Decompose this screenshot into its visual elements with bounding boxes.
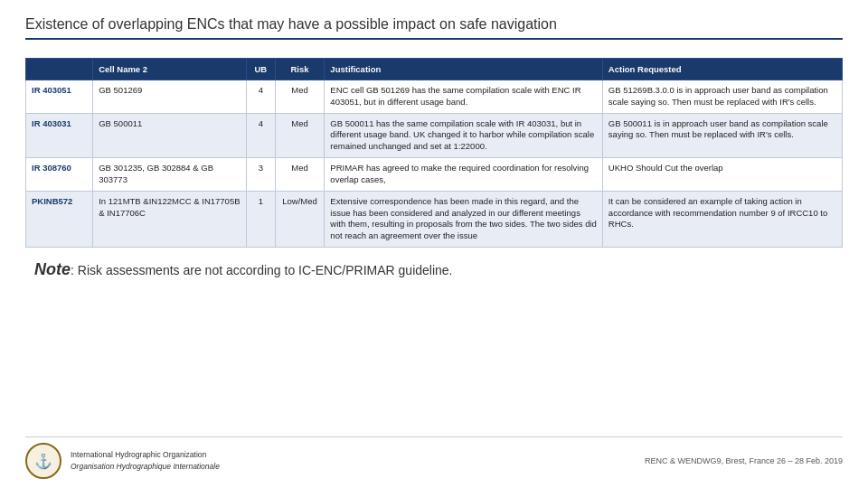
header-risk: Risk	[275, 59, 325, 80]
note-text: : Risk assessments are not according to …	[71, 263, 453, 277]
row-1-col-2: 4	[246, 113, 275, 157]
table-row: IR 403031GB 5000114MedGB 500011 has the …	[26, 113, 843, 157]
title-section: Existence of overlapping ENCs that may h…	[25, 16, 843, 51]
page: Existence of overlapping ENCs that may h…	[0, 0, 868, 488]
row-1-col-5: GB 500011 is in approach user band as co…	[602, 113, 842, 157]
row-0-col-4: ENC cell GB 501269 has the same compilat…	[325, 80, 603, 114]
row-1-col-0: IR 403031	[26, 113, 93, 157]
footer-event: RENC & WENDWG9, Brest, France 26 – 28 Fe…	[645, 456, 843, 465]
header-ub: UB	[246, 59, 275, 80]
row-3-col-0: PKINB572	[26, 191, 93, 247]
table-row: IR 403051GB 5012694MedENC cell GB 501269…	[26, 80, 843, 114]
table-row: IR 308760GB 301235, GB 302884 & GB 30377…	[26, 158, 843, 192]
header-cell1: Cell Name 1	[26, 59, 93, 80]
header-action: Action Requested	[602, 59, 842, 80]
row-3-col-4: Extensive correspondence has been made i…	[325, 191, 603, 247]
row-2-col-3: Med	[275, 158, 325, 192]
table-header: Cell Name 1 Cell Name 2 UB Risk Justific…	[26, 59, 843, 80]
row-2-col-5: UKHO Should Cut the overlap	[602, 158, 842, 192]
row-1-col-1: GB 500011	[93, 113, 247, 157]
row-3-col-1: In 121MTB &IN122MCC & IN17705B & IN17706…	[93, 191, 247, 247]
table-row: PKINB572In 121MTB &IN122MCC & IN17705B &…	[26, 191, 843, 247]
row-3-col-3: Low/Med	[275, 191, 325, 247]
row-0-col-3: Med	[275, 80, 325, 114]
header-justification: Justification	[325, 59, 603, 80]
row-2-col-2: 3	[246, 158, 275, 192]
row-2-col-0: IR 308760	[26, 158, 93, 192]
org-line1: International Hydrographic Organization	[71, 449, 220, 461]
row-0-col-1: GB 501269	[93, 80, 247, 114]
row-1-col-3: Med	[275, 113, 325, 157]
row-1-col-4: GB 500011 has the same compilation scale…	[325, 113, 603, 157]
org-line2: Organisation Hydrographique Internationa…	[71, 461, 220, 473]
row-2-col-4: PRIMAR has agreed to make the required c…	[325, 158, 603, 192]
header-cell2: Cell Name 2	[93, 59, 247, 80]
footer-logo: ⚓	[25, 443, 61, 479]
row-3-col-5: It can be considered an example of takin…	[602, 191, 842, 247]
note-label: Note	[34, 260, 71, 278]
title-divider	[25, 38, 843, 40]
note-section: Note: Risk assessments are not according…	[25, 260, 843, 279]
logo-circle: ⚓	[25, 443, 61, 479]
footer-org: International Hydrographic Organization …	[71, 449, 220, 473]
header-row: Cell Name 1 Cell Name 2 UB Risk Justific…	[26, 59, 843, 80]
row-0-col-0: IR 403051	[26, 80, 93, 114]
row-2-col-1: GB 301235, GB 302884 & GB 303773	[93, 158, 247, 192]
row-0-col-2: 4	[246, 80, 275, 114]
footer: ⚓ International Hydrographic Organizatio…	[25, 436, 843, 479]
row-0-col-5: GB 51269B.3.0.0 is in approach user band…	[602, 80, 842, 114]
table-body: IR 403051GB 5012694MedENC cell GB 501269…	[26, 80, 843, 248]
row-3-col-2: 1	[246, 191, 275, 247]
data-table: Cell Name 1 Cell Name 2 UB Risk Justific…	[25, 58, 843, 248]
main-title: Existence of overlapping ENCs that may h…	[25, 16, 843, 33]
